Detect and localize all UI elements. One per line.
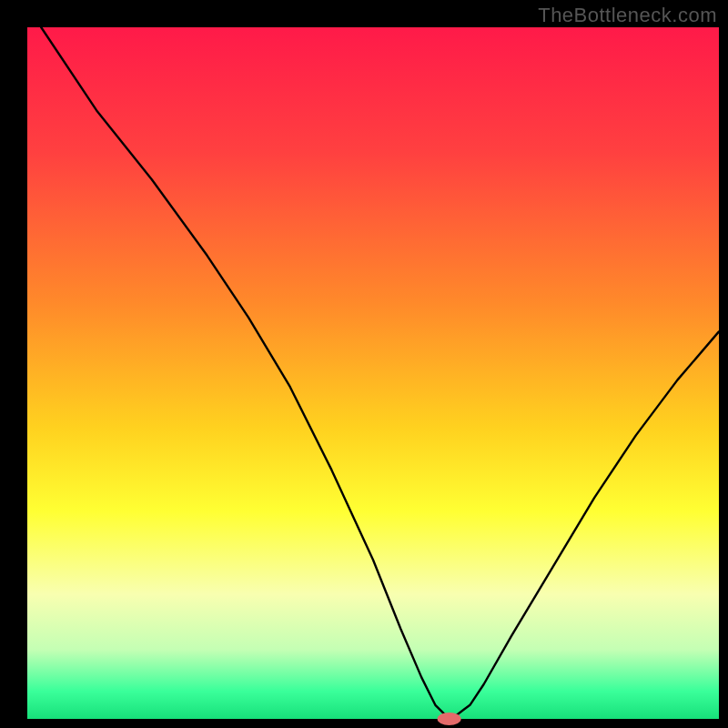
watermark-text: TheBottleneck.com — [538, 4, 717, 27]
bottleneck-chart — [0, 0, 728, 728]
optimal-point — [438, 713, 461, 725]
chart-frame: TheBottleneck.com — [0, 0, 728, 728]
plot-background — [27, 27, 719, 719]
